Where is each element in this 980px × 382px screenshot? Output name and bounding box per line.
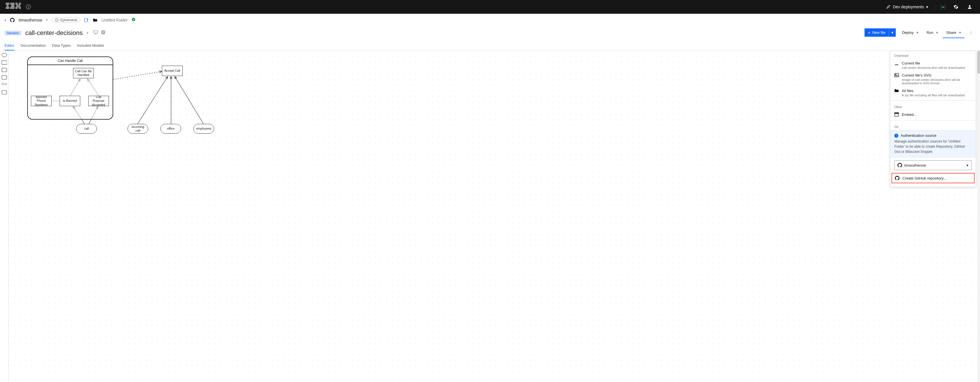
- tab-included-models[interactable]: Included Models: [77, 41, 104, 51]
- deploy-dropdown[interactable]: ▾: [915, 27, 922, 38]
- tab-editor[interactable]: Editor: [5, 41, 14, 51]
- palette-node[interactable]: [2, 90, 7, 94]
- palette-flag[interactable]: [2, 61, 7, 64]
- svg-rect-22: [16, 8, 18, 9]
- svg-line-40: [175, 77, 204, 124]
- node-banned-phone-numbers[interactable]: Banned Phone Numbers: [31, 96, 52, 106]
- node-call-can-be-handled[interactable]: Call Can Be Handled: [73, 68, 94, 78]
- palette-rect-2[interactable]: [2, 75, 7, 80]
- dmn-container[interactable]: Can Handle Call: [27, 56, 113, 120]
- image-icon: [894, 73, 899, 77]
- clock-icon: [55, 18, 59, 22]
- ibm-logo: [3, 3, 21, 11]
- decision-tag: Decision: [5, 31, 21, 35]
- back-button[interactable]: ‹: [5, 18, 6, 22]
- node-accept-call[interactable]: Accept Call: [162, 66, 183, 76]
- connection-icon[interactable]: (●): [937, 5, 949, 9]
- repo-name[interactable]: timwuthenow: [19, 18, 42, 22]
- scrollbar[interactable]: [977, 51, 980, 382]
- node-call-purpose-accepted[interactable]: Call Purpose Accepted: [88, 96, 109, 106]
- dev-deployments-label: Dev deployments: [893, 5, 924, 9]
- palette-rounded-rect[interactable]: [2, 53, 7, 57]
- divider: [934, 3, 935, 11]
- container-title: Can Handle Call: [28, 57, 113, 65]
- info-icon[interactable]: i: [26, 5, 31, 9]
- svg-rect-2: [6, 5, 9, 5]
- dev-deployments-menu[interactable]: Dev deployments ▾: [882, 0, 932, 14]
- svg-rect-17: [18, 5, 20, 5]
- svg-line-37: [113, 71, 162, 80]
- share-all-files[interactable]: All files A zip file including all files…: [890, 86, 976, 99]
- github-icon: [895, 176, 899, 181]
- svg-rect-28: [94, 31, 98, 33]
- create-repo-label: Create GitHub repository...: [902, 176, 947, 181]
- svg-rect-26: [84, 18, 88, 22]
- share-panel: Download Current file call-center-decisi…: [890, 51, 976, 187]
- share-dropdown[interactable]: ▾: [958, 27, 964, 38]
- status-ok-icon: [132, 18, 135, 22]
- run-dropdown[interactable]: ▾: [935, 27, 942, 38]
- svg-rect-0: [6, 3, 10, 3]
- breadcrumb: ‹ timwuthenow ▾ Ephemeral Untitled Folde…: [0, 14, 980, 26]
- kebab-menu[interactable]: ⋮: [966, 31, 975, 35]
- svg-rect-20: [18, 7, 19, 8]
- folder-solid-icon: [894, 88, 899, 93]
- new-file-dropdown[interactable]: ▾: [889, 29, 896, 37]
- user-icon[interactable]: [963, 0, 977, 14]
- deploy-label: Deploy: [902, 30, 913, 35]
- print-icon[interactable]: [101, 30, 105, 35]
- svg-rect-11: [10, 8, 14, 9]
- svg-rect-6: [10, 3, 14, 3]
- new-file-add-icon[interactable]: [84, 18, 89, 22]
- deploy-button[interactable]: Deploy: [899, 27, 915, 38]
- ephemeral-chip: Ephemeral: [52, 17, 80, 23]
- node-call[interactable]: call: [76, 124, 97, 134]
- run-label: Run: [926, 30, 933, 35]
- share-embed[interactable]: Embed...: [890, 110, 976, 118]
- desktop-icon[interactable]: [94, 30, 98, 35]
- create-github-repo[interactable]: Create GitHub repository...: [891, 173, 975, 183]
- section-download: Download: [890, 51, 976, 59]
- title-dropdown[interactable]: ▾: [87, 31, 88, 34]
- plus-icon: +: [868, 30, 870, 35]
- auth-title: Authentication source: [900, 133, 937, 137]
- node-employees[interactable]: employees: [193, 124, 214, 134]
- main-area: ƒ(x) Can Handle Call Call Can Be Handled…: [0, 51, 980, 382]
- tab-documentation[interactable]: Documentation: [21, 41, 46, 51]
- chevron-down-icon: ▾: [926, 5, 928, 9]
- svg-point-24: [969, 5, 970, 7]
- current-svg-desc: Image of call-center-decisions.dmn will …: [902, 78, 972, 85]
- palette-text[interactable]: ƒ(x): [2, 83, 7, 87]
- share-label: Share: [946, 30, 956, 35]
- chevron-down-icon: ▾: [967, 163, 969, 168]
- canvas[interactable]: Can Handle Call Call Can Be Handled Bann…: [9, 51, 980, 382]
- current-file-title: Current file: [902, 61, 920, 66]
- svg-rect-18: [16, 6, 20, 6]
- settings-icon[interactable]: [949, 0, 963, 14]
- share-button[interactable]: Share: [943, 27, 958, 38]
- repo-dropdown[interactable]: ▾: [46, 18, 48, 21]
- auth-select[interactable]: timwuthenow ▾: [894, 160, 972, 170]
- svg-rect-21: [19, 7, 21, 8]
- github-icon: [10, 18, 14, 22]
- svg-rect-4: [6, 7, 10, 8]
- svg-rect-16: [16, 5, 18, 5]
- node-office[interactable]: office: [161, 124, 181, 134]
- all-files-desc: A zip file including all files will be d…: [902, 93, 972, 97]
- svg-rect-12: [16, 3, 18, 3]
- info-icon: i: [894, 134, 898, 137]
- diagram-links: [9, 51, 980, 382]
- scrollbar-thumb[interactable]: [977, 51, 980, 74]
- share-current-svg[interactable]: Current file's SVG Image of call-center-…: [890, 71, 976, 86]
- share-current-file[interactable]: Current file call-center-decisions.dmn w…: [890, 59, 976, 71]
- node-incoming-call[interactable]: incoming call: [127, 124, 148, 134]
- new-file-button[interactable]: +New file: [864, 29, 889, 37]
- node-is-banned[interactable]: Is Banned: [60, 96, 80, 106]
- run-button[interactable]: Run: [923, 27, 935, 38]
- tab-data-types[interactable]: Data Types: [52, 41, 71, 51]
- tabs: Editor Documentation Data Types Included…: [0, 41, 980, 51]
- all-files-title: All files: [902, 89, 913, 93]
- palette-rect[interactable]: [2, 68, 7, 72]
- svg-line-38: [138, 77, 168, 124]
- folder-name[interactable]: Untitled Folder: [102, 18, 127, 22]
